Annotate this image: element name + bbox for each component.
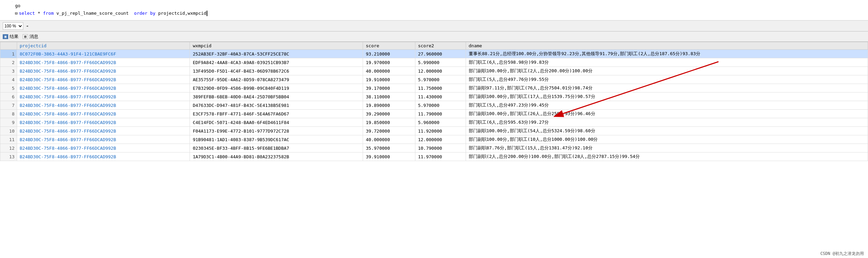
cell-projectcid: B24BD30C-75F8-4866-B977-FF66DCAD992B: [17, 101, 190, 110]
cell-dname: 部门副职100.00分,部门职工(17人,总分1539.75分)90.57分: [466, 93, 868, 101]
cell-projectcid: B24BD30C-75F8-4866-B977-FF66DCAD992B: [17, 110, 190, 118]
cell-score2: 11.790000: [415, 110, 466, 118]
cell-score2: 12.000000: [415, 135, 466, 144]
keyword-from: from: [43, 10, 54, 17]
cell-projectcid: B24BD30C-75F8-4866-B977-FF66DCAD992B: [17, 152, 190, 161]
cell-dname: 部门副职100.00分,部门职工(10人,总分1000.00分)100.00分: [466, 135, 868, 144]
table-row[interactable]: 8B24BD30C-75F8-4866-B977-FF66DCAD992BE3C…: [0, 110, 868, 118]
table-row[interactable]: 13B24BD30C-75F8-4866-B977-FF66DCAD992B1A…: [0, 152, 868, 161]
cell-score2: 11.920000: [415, 127, 466, 135]
tab-messages-label: 消息: [29, 34, 38, 40]
table-row[interactable]: 9B24BD30C-75F8-4866-B977-FF66DCAD992BC4E…: [0, 118, 868, 127]
table-row[interactable]: 12B24BD30C-75F8-4866-B977-FF66DCAD992B02…: [0, 144, 868, 152]
cell-score: 39.910000: [363, 152, 415, 161]
go-keyword: go: [15, 2, 21, 10]
footer-text: CSDN @初九之潜龙勿用: [820, 251, 864, 256]
table-row[interactable]: 18C072F0B-3863-44A3-91F4-121CBAE9FC6F252…: [0, 50, 868, 58]
col-header-wxmpcid: wxmpcid: [190, 42, 363, 50]
cell-wxmpcid: E3CF7578-FBFF-4771-846F-5E4A67FA6D67: [190, 110, 363, 118]
cell-score: 19.970000: [363, 58, 415, 67]
table-row[interactable]: 6B24BD30C-75F8-4866-B977-FF66DCAD992B389…: [0, 93, 868, 101]
table-body: 18C072F0B-3863-44A3-91F4-121CBAE9FC6F252…: [0, 50, 868, 161]
cell-score: 19.890000: [363, 101, 415, 110]
cell-score2: 5.990000: [415, 58, 466, 67]
row-number: 5: [0, 84, 17, 93]
result-container[interactable]: projectcid wxmpcid score score2 dname 18…: [0, 42, 868, 161]
cell-score2: 11.750000: [415, 84, 466, 93]
cell-wxmpcid: 252AB3EF-32BF-40A3-87CA-53CFF25CE78C: [190, 50, 363, 58]
table-row[interactable]: 10B24BD30C-75F8-4866-B977-FF66DCAD992BF0…: [0, 127, 868, 135]
cell-dname: 部门副职100.00分,部门职工(2人,总分200.00分)100.00分: [466, 67, 868, 75]
cell-projectcid: B24BD30C-75F8-4866-B977-FF66DCAD992B: [17, 58, 190, 67]
cell-score2: 27.960000: [415, 50, 466, 58]
cell-score: 39.290000: [363, 110, 415, 118]
col-header-projectcid: projectcid: [17, 42, 190, 50]
cell-score2: 12.000000: [415, 67, 466, 75]
footer: CSDN @初九之潜龙勿用: [816, 249, 868, 258]
cursor: [207, 11, 207, 16]
table-row[interactable]: 11B24BD30C-75F8-4866-B977-FF66DCAD992B91…: [0, 135, 868, 144]
cell-score: 35.970000: [363, 144, 415, 152]
cell-projectcid: B24BD30C-75F8-4866-B977-FF66DCAD992B: [17, 67, 190, 75]
row-number: 12: [0, 144, 17, 152]
cell-score: 38.110000: [363, 93, 415, 101]
cell-wxmpcid: E7B329D0-0FD9-4586-B99B-09C840F4D119: [190, 84, 363, 93]
sql-star: *: [38, 10, 40, 17]
cell-score: 40.000000: [363, 135, 415, 144]
keyword-by: by: [150, 10, 156, 17]
row-number: 9: [0, 118, 17, 127]
table-row[interactable]: 4B24BD30C-75F8-4866-B977-FF66DCAD992BAE3…: [0, 75, 868, 84]
cell-wxmpcid: EDF9A842-4AA8-4CA3-A9A8-039251CB93B7: [190, 58, 363, 67]
row-number: 2: [0, 58, 17, 67]
table-name: v_pj_repl_lname_score_count: [54, 10, 134, 17]
sql-content[interactable]: go ⊟ select * from v_pj_repl_lname_score…: [12, 1, 868, 18]
cell-score2: 5.960000: [415, 118, 466, 127]
cell-projectcid: B24BD30C-75F8-4866-B977-FF66DCAD992B: [17, 75, 190, 84]
cell-dname: 部门职工(5人,总分497.76分)99.55分: [466, 75, 868, 84]
row-number: 8: [0, 110, 17, 118]
cell-wxmpcid: 1A79D3C1-4B00-44A9-BD81-B0A23237582B: [190, 152, 363, 161]
row-number: 3: [0, 67, 17, 75]
col-header-rownum: [0, 42, 17, 50]
tab-results-label: 结果: [10, 34, 18, 40]
cell-score2: 11.430000: [415, 93, 466, 101]
tab-results[interactable]: ▦ 结果: [3, 34, 18, 40]
expand-icon: ⊟: [15, 10, 17, 17]
row-number: 4: [0, 75, 17, 84]
keyword-select: select: [19, 10, 35, 17]
tab-messages[interactable]: ▤ 消息: [23, 34, 38, 40]
sql-space: [35, 10, 38, 17]
table-row[interactable]: 7B24BD30C-75F8-4866-B977-FF66DCAD992BD47…: [0, 101, 868, 110]
table-icon: ▦: [3, 34, 8, 39]
cell-projectcid: B24BD30C-75F8-4866-B977-FF66DCAD992B: [17, 93, 190, 101]
sql-space2: [40, 10, 43, 17]
table-row[interactable]: 2B24BD30C-75F8-4866-B977-FF66DCAD992BEDF…: [0, 58, 868, 67]
cell-dname: 部门职工(6人,总分595.63分)99.27分: [466, 118, 868, 127]
cell-score2: 5.970000: [415, 75, 466, 84]
row-number: 11: [0, 135, 17, 144]
toolbar: 100 % 75 % 50 % 150 % ◄: [0, 21, 868, 32]
cell-wxmpcid: 0230345E-BF33-4BFF-8B15-9FE6BE1BDBA7: [190, 144, 363, 152]
scroll-left-arrow[interactable]: ◄: [26, 24, 28, 28]
sql-line-go: go: [15, 2, 865, 10]
cell-wxmpcid: 13F495D0-F5D1-4C4F-B4E3-06D978B672C6: [190, 67, 363, 75]
col-header-score2: score2: [415, 42, 466, 50]
cell-score2: 11.970000: [415, 152, 466, 161]
cell-wxmpcid: C4E14FDC-5071-4248-BAA0-6F4ED4611F84: [190, 118, 363, 127]
zoom-select[interactable]: 100 % 75 % 50 % 150 %: [3, 22, 23, 30]
table-header-row: projectcid wxmpcid score score2 dname: [0, 42, 868, 50]
cell-dname: 部门副职97.11分,部门职工(76人,总分7504.01分)98.74分: [466, 84, 868, 93]
sql-editor: go ⊟ select * from v_pj_repl_lname_score…: [0, 0, 868, 21]
cell-wxmpcid: F04A1173-E99E-4772-B101-9777D972C728: [190, 127, 363, 135]
line-numbers: [0, 1, 12, 2]
cell-projectcid: 8C072F0B-3863-44A3-91F4-121CBAE9FC6F: [17, 50, 190, 58]
cell-projectcid: B24BD30C-75F8-4866-B977-FF66DCAD992B: [17, 84, 190, 93]
cell-score: 39.170000: [363, 84, 415, 93]
cell-wxmpcid: AE35755F-95DE-4A62-8D59-078CA8273479: [190, 75, 363, 84]
table-row[interactable]: 3B24BD30C-75F8-4866-B977-FF66DCAD992B13F…: [0, 67, 868, 75]
table-row[interactable]: 5B24BD30C-75F8-4866-B977-FF66DCAD992BE7B…: [0, 84, 868, 93]
row-number: 6: [0, 93, 17, 101]
keyword-order: order: [134, 10, 147, 17]
cell-dname: 部门职工(6人,总分598.98分)99.83分: [466, 58, 868, 67]
cell-score: 19.910000: [363, 75, 415, 84]
